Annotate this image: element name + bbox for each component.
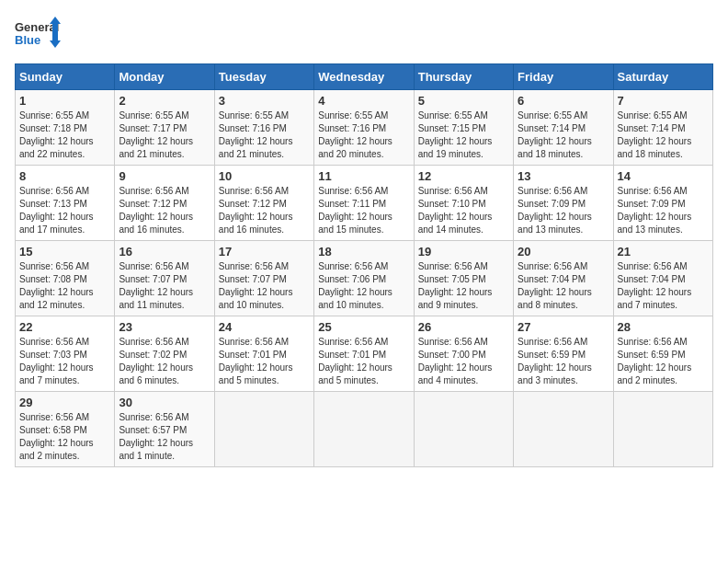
calendar-cell: 30Sunrise: 6:56 AM Sunset: 6:57 PM Dayli… [115,392,214,467]
day-info: Sunrise: 6:56 AM Sunset: 7:10 PM Dayligh… [418,185,509,236]
weekday-header-tuesday: Tuesday [214,64,313,90]
calendar-cell: 24Sunrise: 6:56 AM Sunset: 7:01 PM Dayli… [214,316,313,392]
calendar-week-row: 22Sunrise: 6:56 AM Sunset: 7:03 PM Dayli… [16,316,713,392]
day-info: Sunrise: 6:56 AM Sunset: 7:07 PM Dayligh… [119,260,210,312]
day-info: Sunrise: 6:55 AM Sunset: 7:16 PM Dayligh… [219,109,310,161]
day-info: Sunrise: 6:56 AM Sunset: 6:59 PM Dayligh… [518,336,609,387]
day-number: 26 [418,320,509,334]
calendar-week-row: 1Sunrise: 6:55 AM Sunset: 7:18 PM Daylig… [16,90,713,166]
calendar-cell [214,392,313,467]
day-info: Sunrise: 6:56 AM Sunset: 6:59 PM Dayligh… [618,336,709,387]
day-info: Sunrise: 6:56 AM Sunset: 7:13 PM Dayligh… [19,185,110,236]
logo-svg: General Blue [15,15,61,56]
calendar-cell: 7Sunrise: 6:55 AM Sunset: 7:14 PM Daylig… [613,90,712,166]
day-info: Sunrise: 6:56 AM Sunset: 7:08 PM Dayligh… [19,260,110,312]
day-number: 25 [318,320,409,334]
day-number: 29 [19,396,110,409]
calendar-cell: 25Sunrise: 6:56 AM Sunset: 7:01 PM Dayli… [314,316,414,392]
calendar-cell: 20Sunrise: 6:56 AM Sunset: 7:04 PM Dayli… [514,241,613,316]
day-number: 22 [19,320,110,334]
day-info: Sunrise: 6:56 AM Sunset: 7:07 PM Dayligh… [219,260,310,312]
day-info: Sunrise: 6:56 AM Sunset: 7:12 PM Dayligh… [119,185,210,236]
calendar-cell: 18Sunrise: 6:56 AM Sunset: 7:06 PM Dayli… [314,241,414,316]
calendar-cell: 4Sunrise: 6:55 AM Sunset: 7:16 PM Daylig… [314,90,414,166]
calendar-cell: 19Sunrise: 6:56 AM Sunset: 7:05 PM Dayli… [414,241,513,316]
calendar-cell [514,392,613,467]
day-info: Sunrise: 6:56 AM Sunset: 7:01 PM Dayligh… [219,336,310,387]
calendar-cell: 9Sunrise: 6:56 AM Sunset: 7:12 PM Daylig… [115,166,214,241]
day-info: Sunrise: 6:56 AM Sunset: 7:03 PM Dayligh… [19,336,110,387]
day-number: 20 [518,245,609,259]
day-info: Sunrise: 6:56 AM Sunset: 7:11 PM Dayligh… [318,185,409,236]
day-number: 14 [618,169,709,183]
calendar-cell: 22Sunrise: 6:56 AM Sunset: 7:03 PM Dayli… [16,316,115,392]
calendar-cell: 6Sunrise: 6:55 AM Sunset: 7:14 PM Daylig… [514,90,613,166]
day-number: 2 [119,94,210,108]
calendar-cell: 17Sunrise: 6:56 AM Sunset: 7:07 PM Dayli… [214,241,313,316]
calendar-cell: 1Sunrise: 6:55 AM Sunset: 7:18 PM Daylig… [16,90,115,166]
calendar-cell [314,392,414,467]
day-number: 6 [518,94,609,108]
day-number: 10 [219,169,310,183]
day-info: Sunrise: 6:55 AM Sunset: 7:18 PM Dayligh… [19,109,110,161]
day-number: 16 [119,245,210,259]
calendar-cell: 29Sunrise: 6:56 AM Sunset: 6:58 PM Dayli… [16,392,115,467]
day-number: 1 [19,94,110,108]
day-info: Sunrise: 6:56 AM Sunset: 7:09 PM Dayligh… [518,185,609,236]
calendar-cell: 16Sunrise: 6:56 AM Sunset: 7:07 PM Dayli… [115,241,214,316]
calendar-week-row: 15Sunrise: 6:56 AM Sunset: 7:08 PM Dayli… [16,241,713,316]
day-number: 24 [219,320,310,334]
day-number: 5 [418,94,509,108]
day-number: 7 [618,94,709,108]
day-number: 27 [518,320,609,334]
day-number: 12 [418,169,509,183]
calendar-cell: 12Sunrise: 6:56 AM Sunset: 7:10 PM Dayli… [414,166,513,241]
calendar-cell: 2Sunrise: 6:55 AM Sunset: 7:17 PM Daylig… [115,90,214,166]
day-number: 18 [318,245,409,259]
page-header: General Blue [15,15,713,56]
day-info: Sunrise: 6:56 AM Sunset: 7:05 PM Dayligh… [418,260,509,312]
day-number: 17 [219,245,310,259]
day-info: Sunrise: 6:56 AM Sunset: 7:02 PM Dayligh… [119,336,210,387]
calendar-cell [414,392,513,467]
day-number: 23 [119,320,210,334]
logo: General Blue [15,15,61,56]
day-number: 9 [119,169,210,183]
day-info: Sunrise: 6:56 AM Sunset: 7:04 PM Dayligh… [518,260,609,312]
day-info: Sunrise: 6:56 AM Sunset: 7:09 PM Dayligh… [618,185,709,236]
calendar-cell: 21Sunrise: 6:56 AM Sunset: 7:04 PM Dayli… [613,241,712,316]
day-number: 8 [19,169,110,183]
day-info: Sunrise: 6:55 AM Sunset: 7:17 PM Dayligh… [119,109,210,161]
day-info: Sunrise: 6:56 AM Sunset: 7:00 PM Dayligh… [418,336,509,387]
day-info: Sunrise: 6:56 AM Sunset: 7:12 PM Dayligh… [219,185,310,236]
calendar-cell: 15Sunrise: 6:56 AM Sunset: 7:08 PM Dayli… [16,241,115,316]
day-info: Sunrise: 6:55 AM Sunset: 7:16 PM Dayligh… [318,109,409,161]
day-number: 19 [418,245,509,259]
calendar-week-row: 29Sunrise: 6:56 AM Sunset: 6:58 PM Dayli… [16,392,713,467]
weekday-header-thursday: Thursday [414,64,513,90]
calendar-cell: 10Sunrise: 6:56 AM Sunset: 7:12 PM Dayli… [214,166,313,241]
day-info: Sunrise: 6:56 AM Sunset: 7:01 PM Dayligh… [318,336,409,387]
calendar-cell: 14Sunrise: 6:56 AM Sunset: 7:09 PM Dayli… [613,166,712,241]
calendar-cell: 3Sunrise: 6:55 AM Sunset: 7:16 PM Daylig… [214,90,313,166]
calendar-cell: 23Sunrise: 6:56 AM Sunset: 7:02 PM Dayli… [115,316,214,392]
day-number: 3 [219,94,310,108]
weekday-header-friday: Friday [514,64,613,90]
calendar-cell: 26Sunrise: 6:56 AM Sunset: 7:00 PM Dayli… [414,316,513,392]
day-number: 15 [19,245,110,259]
weekday-header-sunday: Sunday [16,64,115,90]
weekday-header-monday: Monday [115,64,214,90]
calendar-cell: 27Sunrise: 6:56 AM Sunset: 6:59 PM Dayli… [514,316,613,392]
day-info: Sunrise: 6:56 AM Sunset: 6:57 PM Dayligh… [119,411,210,463]
day-info: Sunrise: 6:56 AM Sunset: 7:06 PM Dayligh… [318,260,409,312]
svg-text:Blue: Blue [15,33,40,47]
calendar-cell: 28Sunrise: 6:56 AM Sunset: 6:59 PM Dayli… [613,316,712,392]
calendar-cell [613,392,712,467]
weekday-header-saturday: Saturday [613,64,712,90]
day-number: 28 [618,320,709,334]
day-number: 4 [318,94,409,108]
day-info: Sunrise: 6:55 AM Sunset: 7:14 PM Dayligh… [618,109,709,161]
calendar-cell: 8Sunrise: 6:56 AM Sunset: 7:13 PM Daylig… [16,166,115,241]
day-number: 30 [119,396,210,409]
day-number: 11 [318,169,409,183]
